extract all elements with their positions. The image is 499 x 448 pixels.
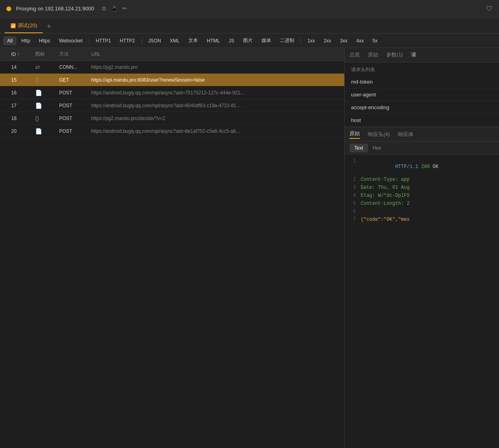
table-row[interactable]: 15 {} GET https://api.mandu.pro:8083/use… bbox=[0, 74, 344, 86]
code-line: 2 Content-Type: app bbox=[345, 176, 499, 184]
response-section: 原始 响应头(4) 响应体 Text Hex 1 HTTP/1.1 200 OK bbox=[345, 127, 499, 448]
cell-url: https://android.bugly.qq.com/rqd/async?a… bbox=[91, 103, 341, 108]
cell-method: POST bbox=[59, 103, 91, 108]
response-tab-body[interactable]: 响应体 bbox=[398, 131, 413, 138]
table-row[interactable]: 20 📄 POST https://android.bugly.qq.com/r… bbox=[0, 125, 344, 138]
cell-method: POST bbox=[59, 116, 91, 121]
line-content: HTTP/1.1 200 OK bbox=[361, 158, 499, 175]
format-tab-text[interactable]: Text bbox=[349, 144, 368, 152]
header-item-accept-encoding[interactable]: accept-encoding bbox=[345, 101, 499, 114]
line-number: 6 bbox=[345, 209, 361, 214]
response-tab-raw[interactable]: 原始 bbox=[349, 130, 360, 139]
filter-xml[interactable]: XML bbox=[166, 36, 184, 45]
filter-text[interactable]: 文本 bbox=[184, 36, 202, 46]
line-number: 3 bbox=[345, 185, 361, 190]
header-item-host[interactable]: host bbox=[345, 114, 499, 127]
response-tab-headers[interactable]: 响应头(4) bbox=[368, 131, 390, 138]
copy-icon[interactable]: ⧉ bbox=[102, 5, 106, 12]
header-item-md-token[interactable]: md-token bbox=[345, 76, 499, 88]
filter-divider-2 bbox=[142, 37, 142, 44]
code-line: 6 bbox=[345, 208, 499, 216]
filter-image[interactable]: 图片 bbox=[239, 36, 257, 46]
status-indicator bbox=[3, 115, 11, 121]
status-indicator bbox=[3, 128, 11, 134]
code-line: 5 Content-Length: 2 bbox=[345, 200, 499, 208]
format-tabs: Text Hex bbox=[345, 142, 499, 154]
cell-url: https://pg2.mandu.pro bbox=[91, 64, 341, 70]
code-token: HTTP/1.1 bbox=[395, 164, 421, 170]
code-line: 3 Date: Thu, 01 Aug bbox=[345, 184, 499, 192]
table-header: ID ↑ 图标 方法 URL bbox=[0, 48, 344, 61]
cell-method: GET bbox=[59, 77, 91, 83]
filter-js[interactable]: JS bbox=[225, 36, 238, 45]
cell-url: https://android.bugly.qq.com/rqd/async?a… bbox=[91, 128, 341, 134]
filter-divider-1 bbox=[89, 37, 90, 44]
response-tabs: 原始 响应头(4) 响应体 bbox=[345, 127, 499, 142]
line-number: 1 bbox=[345, 158, 361, 164]
filter-2xx[interactable]: 2xx bbox=[320, 36, 335, 45]
sort-icon: ↑ bbox=[18, 52, 20, 56]
line-content: Content-Length: 2 bbox=[361, 201, 499, 206]
status-indicator bbox=[3, 90, 11, 96]
title-icons: ⧉ 📱 ✏ bbox=[102, 5, 127, 12]
table-row[interactable]: 16 📄 POST https://android.bugly.qq.com/r… bbox=[0, 86, 344, 99]
line-number: 2 bbox=[345, 177, 361, 182]
cell-method: POST bbox=[59, 90, 91, 96]
right-panel: 总览 原始 参数(1) 请 请求头列表 md-token user-agent … bbox=[345, 48, 499, 448]
filter-1xx[interactable]: 1xx bbox=[303, 36, 319, 45]
edit-icon[interactable]: ✏ bbox=[122, 5, 127, 12]
filter-all[interactable]: All bbox=[3, 36, 16, 45]
filter-http2[interactable]: HTTP2 bbox=[116, 36, 139, 45]
filter-binary[interactable]: 二进制 bbox=[276, 36, 298, 46]
add-tab-button[interactable]: + bbox=[43, 20, 55, 33]
cell-icon: {} bbox=[35, 115, 59, 122]
table-row[interactable]: 17 📄 POST https://android.bugly.qq.com/r… bbox=[0, 99, 344, 112]
shield-icon: 🛡 bbox=[486, 5, 493, 12]
phone-icon[interactable]: 📱 bbox=[111, 5, 118, 12]
tab-request-headers[interactable]: 请 bbox=[411, 51, 416, 59]
filter-websocket[interactable]: Websocket bbox=[55, 36, 86, 45]
table-row[interactable]: 18 {} POST https://pg2.mandu.pro/decide/… bbox=[0, 112, 344, 125]
cell-url: https://android.bugly.qq.com/rqd/async?a… bbox=[91, 90, 341, 96]
filter-media[interactable]: 媒体 bbox=[257, 36, 275, 46]
tab-overview[interactable]: 总览 bbox=[349, 51, 360, 59]
line-content: {"code":"OK","mes bbox=[361, 217, 499, 222]
main-layout: ID ↑ 图标 方法 URL 14 ⇄ CONN... https://pg2.… bbox=[0, 48, 499, 448]
filter-3xx[interactable]: 3xx bbox=[336, 36, 351, 45]
filter-https[interactable]: Https bbox=[35, 36, 54, 45]
filter-http1[interactable]: HTTP1 bbox=[92, 36, 115, 45]
debug-tab[interactable]: 📶 调试(20) bbox=[5, 19, 43, 33]
table-row[interactable]: 14 ⇄ CONN... https://pg2.mandu.pro bbox=[0, 61, 344, 74]
line-number: 5 bbox=[345, 201, 361, 206]
th-url: URL bbox=[91, 52, 341, 57]
cell-url: https://pg2.mandu.pro/decide/?v=2 bbox=[91, 116, 341, 121]
filter-html[interactable]: HTML bbox=[203, 36, 224, 45]
line-content: Content-Type: app bbox=[361, 177, 499, 182]
line-content: Etag: W/"dc-DplFS bbox=[361, 193, 499, 198]
cell-icon: {} bbox=[35, 77, 59, 83]
code-area: 1 HTTP/1.1 200 OK 2 Content-Type: app 3 … bbox=[345, 154, 499, 448]
line-content bbox=[361, 209, 499, 214]
tab-params[interactable]: 参数(1) bbox=[386, 51, 403, 59]
filter-json[interactable]: JSON bbox=[144, 36, 165, 45]
header-item-user-agent[interactable]: user-agent bbox=[345, 88, 499, 101]
filter-http[interactable]: Http bbox=[17, 36, 34, 45]
tab-bar: 📶 调试(20) + bbox=[0, 18, 499, 34]
tab-label: 调试(20) bbox=[18, 22, 37, 29]
format-tab-hex[interactable]: Hex bbox=[368, 144, 386, 152]
cell-icon: 📄 bbox=[35, 102, 59, 109]
request-list: ID ↑ 图标 方法 URL 14 ⇄ CONN... https://pg2.… bbox=[0, 48, 345, 448]
cell-icon: ⇄ bbox=[35, 64, 59, 70]
tab-raw[interactable]: 原始 bbox=[368, 51, 378, 59]
th-id-label: ID bbox=[11, 52, 16, 57]
cell-id: 20 bbox=[11, 128, 35, 134]
app-title: Proxying on 192.168.124.21:9000 bbox=[16, 6, 94, 12]
cell-method: POST bbox=[59, 128, 91, 134]
line-number: 7 bbox=[345, 217, 361, 222]
filter-4xx[interactable]: 4xx bbox=[352, 36, 368, 45]
filter-bar: All Http Https Websocket HTTP1 HTTP2 JSO… bbox=[0, 34, 499, 48]
cell-url: https://api.mandu.pro:8083/user?renewSes… bbox=[91, 77, 341, 83]
status-indicator bbox=[3, 77, 11, 83]
filter-5xx[interactable]: 5x bbox=[369, 36, 382, 45]
th-id[interactable]: ID ↑ bbox=[11, 52, 35, 57]
